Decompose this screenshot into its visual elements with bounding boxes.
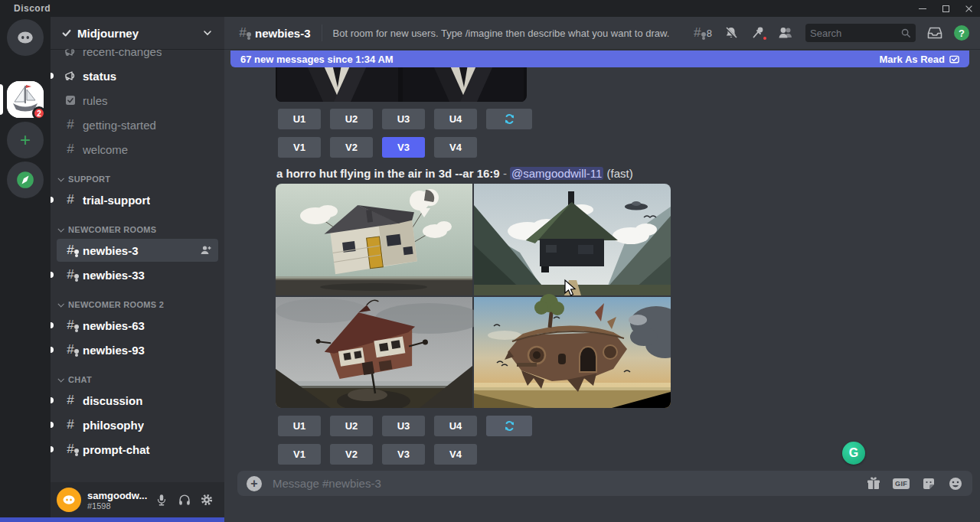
sidebar-item-prompt-chat[interactable]: prompt-chat (57, 438, 218, 461)
message-input[interactable] (273, 477, 866, 490)
category-label: NEWCOMER ROOMS (68, 225, 156, 234)
inbox-icon (927, 25, 942, 41)
v1-button[interactable]: V1 (278, 444, 321, 465)
add-server-button[interactable]: + (7, 122, 44, 158)
sticker-icon (921, 476, 936, 491)
hash-icon (63, 192, 78, 207)
category-chat[interactable]: CHAT (57, 370, 218, 389)
deafen-button[interactable] (173, 488, 195, 511)
category-newcomer-rooms[interactable]: NEWCOMER ROOMS (57, 220, 218, 239)
sticker-picker-button[interactable] (921, 476, 936, 491)
v2-button[interactable]: V2 (330, 444, 373, 465)
sidebar-item-welcome[interactable]: welcome (57, 138, 218, 161)
reroll-button[interactable] (486, 109, 532, 129)
v2-button[interactable]: V2 (330, 137, 373, 158)
header-toolbar: 8 ? (678, 24, 969, 42)
channel-label: prompt-chat (83, 443, 150, 456)
minimize-button[interactable] (911, 0, 934, 17)
microphone-icon (155, 493, 168, 507)
create-invite-icon[interactable] (200, 244, 212, 256)
v3-button[interactable]: V3 (382, 444, 425, 465)
generated-image-partial[interactable] (276, 64, 527, 102)
megaphone-icon (63, 68, 78, 83)
sidebar-item-rules[interactable]: rules (57, 89, 218, 112)
u1-button[interactable]: U1 (278, 416, 321, 436)
sidebar-item-newbies-63[interactable]: newbies-63 (57, 314, 218, 337)
message-content: a horro hut flying in the air in 3d --ar… (276, 167, 633, 180)
pinned-messages-button[interactable] (750, 25, 766, 41)
attach-file-button[interactable]: + (247, 476, 262, 491)
channel-label: newbies-63 (83, 319, 145, 332)
reroll-button[interactable] (486, 416, 532, 436)
hash-person-icon (63, 318, 78, 333)
sidebar-item-getting-started[interactable]: getting-started (57, 113, 218, 136)
sidebar-item-philosophy[interactable]: philosophy (57, 413, 218, 436)
generated-image-grid[interactable] (276, 184, 671, 408)
title-bar: Discord (0, 0, 980, 17)
sidebar-item-newbies-33[interactable]: newbies-33 (57, 263, 218, 286)
notification-settings-button[interactable] (724, 25, 739, 41)
chat-area: newbies-3 Bot room for new users. Type /… (224, 17, 980, 522)
new-messages-text: 67 new messages since 1:34 AM (240, 54, 394, 65)
image-quadrant-2[interactable] (474, 184, 671, 295)
user-meta[interactable]: samgoodw... #1598 (87, 490, 151, 511)
emoji-icon (948, 476, 963, 491)
midjourney-server-button[interactable]: 2 (7, 81, 44, 118)
message-composer: + GIF (237, 471, 972, 496)
u2-button[interactable]: U2 (330, 109, 373, 129)
u2-button[interactable]: U2 (330, 416, 373, 436)
explore-servers-button[interactable] (7, 161, 44, 198)
sidebar-item-trial-support[interactable]: trial-support (57, 188, 218, 211)
search-box[interactable] (805, 24, 916, 42)
selected-server-pill (0, 84, 3, 115)
bell-slash-icon (724, 25, 739, 41)
compass-icon (15, 170, 35, 190)
u3-button[interactable]: U3 (382, 109, 425, 129)
inbox-button[interactable] (927, 25, 942, 41)
user-discriminator: #1598 (87, 501, 151, 511)
v4-button[interactable]: V4 (434, 137, 477, 158)
thread-count: 8 (707, 28, 712, 39)
image-quadrant-3[interactable] (276, 297, 472, 408)
close-button[interactable] (957, 0, 980, 17)
maximize-button[interactable] (934, 0, 957, 17)
search-input[interactable] (810, 28, 900, 39)
help-button[interactable]: ? (954, 25, 969, 41)
member-list-button[interactable] (777, 25, 794, 41)
user-mention[interactable]: @samgoodwill-11 (510, 167, 603, 180)
mute-mic-button[interactable] (151, 488, 173, 511)
gif-picker-button[interactable]: GIF (893, 478, 910, 489)
threads-button[interactable]: 8 (690, 25, 712, 41)
sidebar-item-newbies-3[interactable]: newbies-3 (57, 239, 218, 262)
mark-as-read-button[interactable]: Mark As Read (880, 54, 960, 65)
gift-button[interactable] (866, 476, 881, 491)
user-avatar[interactable] (57, 488, 81, 512)
sidebar-item-discussion[interactable]: discussion (57, 389, 218, 412)
image-quadrant-1[interactable] (276, 184, 472, 295)
discord-home-button[interactable] (7, 19, 44, 56)
new-messages-banner[interactable]: 67 new messages since 1:34 AM Mark As Re… (230, 51, 969, 67)
sidebar-item-newbies-93[interactable]: newbies-93 (57, 338, 218, 361)
channel-label: discussion (83, 394, 142, 407)
sidebar-item-recent-changes[interactable]: recent-changes (57, 49, 218, 63)
v3-button-selected[interactable]: V3 (382, 137, 425, 158)
channel-topic[interactable]: Bot room for new users. Type /imagine th… (333, 28, 669, 39)
category-support[interactable]: SUPPORT (57, 170, 218, 188)
u1-button[interactable]: U1 (278, 109, 321, 129)
image-quadrant-4[interactable] (474, 297, 671, 408)
upscale-row-1: U1 U2 U3 U4 (278, 109, 532, 129)
v4-button[interactable]: V4 (434, 444, 477, 465)
category-newcomer-rooms-2[interactable]: NEWCOMER ROOMS 2 (57, 295, 218, 314)
username: samgoodw... (87, 490, 151, 501)
threads-icon (690, 25, 705, 41)
user-settings-button[interactable] (196, 488, 218, 511)
discord-logo-icon (61, 492, 77, 507)
emoji-picker-button[interactable] (948, 476, 963, 491)
grammarly-badge[interactable]: G (842, 442, 865, 465)
u4-button[interactable]: U4 (434, 109, 477, 129)
sidebar-item-status[interactable]: status (57, 64, 218, 87)
server-header[interactable]: Midjourney (51, 17, 224, 49)
u3-button[interactable]: U3 (382, 416, 425, 436)
u4-button[interactable]: U4 (434, 416, 477, 436)
v1-button[interactable]: V1 (278, 137, 321, 158)
